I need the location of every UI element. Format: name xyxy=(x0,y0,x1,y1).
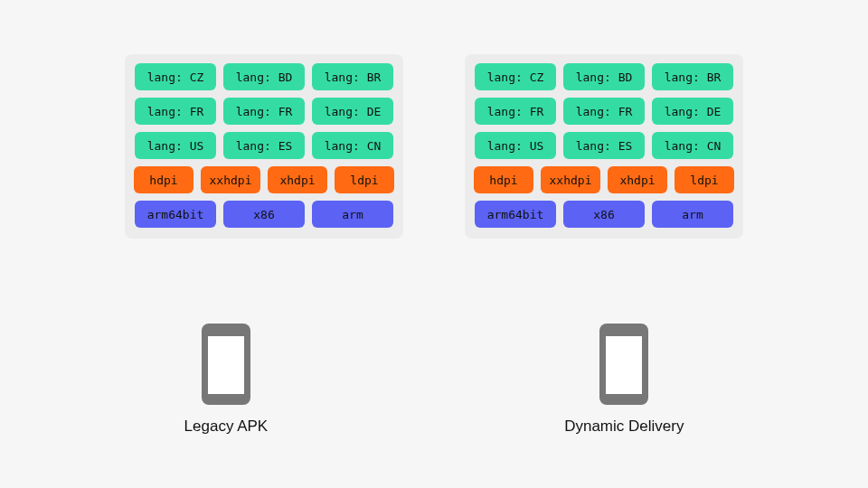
lang-chip: lang: BR xyxy=(652,63,733,90)
arch-chip: arm xyxy=(652,201,733,228)
arch-chip: x86 xyxy=(223,201,305,228)
lang-row: lang: US lang: ES lang: CN xyxy=(474,132,734,159)
panel-legacy: lang: CZ lang: BD lang: BR lang: FR lang… xyxy=(125,54,403,239)
dpi-chip: xxhdpi xyxy=(541,166,600,193)
lang-chip: lang: CN xyxy=(652,132,733,159)
lang-chip: lang: FR xyxy=(475,98,556,125)
lang-row: lang: US lang: ES lang: CN xyxy=(134,132,394,159)
phone-icon xyxy=(599,324,648,405)
phone-icon xyxy=(202,324,250,405)
lang-chip: lang: CZ xyxy=(135,63,216,90)
dpi-chip: ldpi xyxy=(675,166,734,193)
arch-chip: arm64bit xyxy=(475,201,556,228)
phone-label-legacy: Legacy APK xyxy=(184,418,269,436)
dpi-chip: ldpi xyxy=(335,166,394,193)
phone-block-dynamic: Dynamic Delivery xyxy=(564,324,684,436)
dpi-chip: hdpi xyxy=(134,166,193,193)
panels-container: lang: CZ lang: BD lang: BR lang: FR lang… xyxy=(0,54,868,239)
lang-chip: lang: ES xyxy=(563,132,645,159)
lang-row: lang: FR lang: FR lang: DE xyxy=(474,98,734,125)
panel-dynamic: lang: CZ lang: BD lang: BR lang: FR lang… xyxy=(465,54,743,239)
arch-chip: x86 xyxy=(563,201,645,228)
dpi-chip: xxhdpi xyxy=(201,166,260,193)
lang-row: lang: CZ lang: BD lang: BR xyxy=(134,63,394,90)
lang-chip: lang: DE xyxy=(312,98,393,125)
phone-block-legacy: Legacy APK xyxy=(184,324,269,436)
lang-chip: lang: FR xyxy=(135,98,216,125)
lang-chip: lang: US xyxy=(475,132,556,159)
phones-container: Legacy APK Dynamic Delivery xyxy=(0,324,868,436)
lang-chip: lang: CZ xyxy=(475,63,556,90)
lang-chip: lang: ES xyxy=(223,132,305,159)
dpi-row: hdpi xxhdpi xhdpi ldpi xyxy=(134,166,394,193)
lang-chip: lang: CN xyxy=(312,132,393,159)
arch-chip: arm64bit xyxy=(135,201,216,228)
arch-row: arm64bit x86 arm xyxy=(474,201,734,228)
lang-row: lang: CZ lang: BD lang: BR xyxy=(474,63,734,90)
lang-chip: lang: US xyxy=(135,132,216,159)
lang-chip: lang: FR xyxy=(223,98,305,125)
dpi-chip: xhdpi xyxy=(608,166,667,193)
lang-chip: lang: BD xyxy=(223,63,305,90)
dpi-row: hdpi xxhdpi xhdpi ldpi xyxy=(474,166,734,193)
lang-chip: lang: DE xyxy=(652,98,733,125)
lang-row: lang: FR lang: FR lang: DE xyxy=(134,98,394,125)
lang-chip: lang: FR xyxy=(563,98,645,125)
lang-chip: lang: BD xyxy=(563,63,645,90)
arch-row: arm64bit x86 arm xyxy=(134,201,394,228)
dpi-chip: hdpi xyxy=(474,166,533,193)
lang-chip: lang: BR xyxy=(312,63,393,90)
dpi-chip: xhdpi xyxy=(268,166,327,193)
arch-chip: arm xyxy=(312,201,393,228)
phone-label-dynamic: Dynamic Delivery xyxy=(564,418,684,436)
